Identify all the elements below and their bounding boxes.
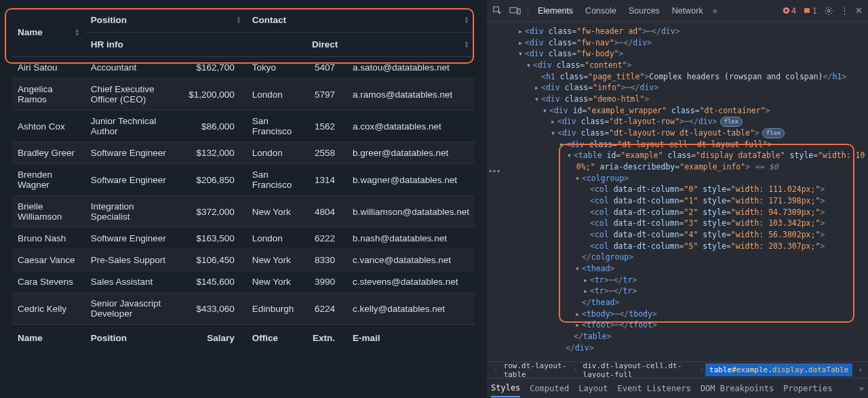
cell-email: b.williamson@datatables.net (347, 196, 475, 228)
cell-office: London (247, 79, 307, 111)
table-row[interactable]: Bruno NashSoftware Engineer$163,500Londo… (12, 228, 475, 250)
errors-badge[interactable]: 4 (783, 6, 796, 16)
cell-extn: 1562 (307, 111, 347, 142)
device-icon[interactable] (509, 6, 521, 16)
cell-salary: $162,700 (180, 57, 246, 79)
cell-email: b.greer@datatables.net (347, 142, 475, 164)
cell-name: Bradley Greer (12, 142, 85, 164)
cell-office: New York (247, 250, 307, 271)
chevron-right-icon[interactable]: › (852, 365, 868, 374)
th-direct[interactable]: Direct▲▼ (307, 33, 475, 57)
tf-name: Name (12, 325, 85, 352)
cell-name: Bruno Nash (12, 228, 85, 250)
chevron-left-icon[interactable]: ‹ (492, 365, 500, 374)
cell-email: a.cox@datatables.net (347, 111, 475, 142)
tab2-props[interactable]: Properties (783, 384, 832, 393)
cell-office: New York (247, 271, 307, 293)
cell-extn: 6224 (307, 293, 347, 325)
tab2-computed[interactable]: Computed (530, 384, 569, 393)
cell-extn: 5407 (307, 57, 347, 79)
table-row[interactable]: Ashton CoxJunior Technical Author$86,000… (12, 111, 475, 142)
cell-salary: $206,850 (180, 164, 246, 196)
tab-elements[interactable]: Elements (535, 6, 576, 16)
cell-office: Tokyo (247, 57, 307, 79)
cell-name: Cedric Kelly (12, 293, 85, 325)
tab-console[interactable]: Console (583, 6, 619, 16)
more-icon[interactable]: » (859, 384, 864, 393)
table-row[interactable]: Angelica RamosChief Executive Officer (C… (12, 79, 475, 111)
data-table: Name▲▼ Position▲▼ Contact▲▼ HR info Dire… (12, 8, 475, 351)
tab2-dom[interactable]: DOM Breakpoints (701, 384, 774, 393)
cell-name: Ashton Cox (12, 111, 85, 142)
inspect-icon[interactable] (492, 5, 502, 16)
svg-point-5 (827, 9, 830, 12)
tab2-layout[interactable]: Layout (578, 384, 608, 393)
cell-office: Edinburgh (247, 293, 307, 325)
table-row[interactable]: Airi SatouAccountant$162,700Tokyo5407a.s… (12, 57, 475, 79)
cell-salary: $433,060 (180, 293, 246, 325)
svg-rect-1 (510, 7, 517, 13)
cell-extn: 8330 (307, 250, 347, 271)
cell-salary: $106,450 (180, 250, 246, 271)
th-position[interactable]: Position▲▼ (85, 8, 247, 33)
tab2-event[interactable]: Event Listeners (618, 384, 691, 393)
tf-salary: Salary (180, 325, 246, 352)
th-name[interactable]: Name▲▼ (12, 8, 85, 57)
tf-position: Position (85, 325, 181, 352)
table-row[interactable]: Cedric KellySenior Javascript Developer$… (12, 293, 475, 325)
table-row[interactable]: Bradley GreerSoftware Engineer$132,000Lo… (12, 142, 475, 164)
sort-icon: ▲▼ (75, 28, 80, 37)
cell-salary: $372,000 (180, 196, 246, 228)
cell-email: b.nash@datatables.net (347, 228, 475, 250)
tab-sources[interactable]: Sources (626, 6, 663, 16)
cell-extn: 1314 (307, 164, 347, 196)
table-row[interactable]: Cara StevensSales Assistant$145,600New Y… (12, 271, 475, 293)
cell-extn: 6222 (307, 228, 347, 250)
tf-email: E-mail (347, 325, 475, 352)
tab-network[interactable]: Network (669, 6, 706, 16)
cell-salary: $132,000 (180, 142, 246, 164)
cell-salary: $163,500 (180, 228, 246, 250)
cell-name: Caesar Vance (12, 250, 85, 271)
tab2-styles[interactable]: Styles (491, 383, 520, 397)
cell-name: Cara Stevens (12, 271, 85, 293)
issues-badge[interactable]: 1 (803, 6, 817, 16)
more-tabs-icon[interactable]: » (713, 6, 717, 16)
svg-rect-2 (517, 9, 520, 14)
cell-name: Brenden Wagner (12, 164, 85, 196)
cell-extn: 2558 (307, 142, 347, 164)
cell-position: Software Engineer (85, 228, 181, 250)
gear-icon[interactable] (824, 6, 833, 16)
th-contact[interactable]: Contact▲▼ (247, 8, 475, 33)
cell-salary: $86,000 (180, 111, 246, 142)
svg-rect-4 (804, 8, 810, 13)
cell-email: c.vance@datatables.net (347, 250, 475, 271)
cell-position: Software Engineer (85, 142, 181, 164)
cell-email: b.wagner@datatables.net (347, 164, 475, 196)
cell-salary: $1,200,000 (180, 79, 246, 111)
cell-email: c.stevens@datatables.net (347, 271, 475, 293)
cell-position: Senior Javascript Developer (85, 293, 181, 325)
breadcrumb[interactable]: ‹ row.dt-layout-table › div.dt-layout-ce… (487, 361, 868, 378)
table-row[interactable]: Brielle WilliamsonIntegration Specialist… (12, 196, 475, 228)
cell-email: a.satou@datatables.net (347, 57, 475, 79)
cell-extn: 3990 (307, 271, 347, 293)
cell-name: Airi Satou (12, 57, 85, 79)
crumb-table[interactable]: table#example.display.dataTable (705, 363, 852, 376)
cell-position: Chief Executive Officer (CEO) (85, 79, 181, 111)
cell-office: London (247, 228, 307, 250)
close-icon[interactable]: ✕ (855, 5, 863, 16)
cell-name: Angelica Ramos (12, 79, 85, 111)
cell-extn: 4804 (307, 196, 347, 228)
cell-email: c.kelly@datatables.net (347, 293, 475, 325)
table-row[interactable]: Brenden WagnerSoftware Engineer$206,850S… (12, 164, 475, 196)
kebab-icon[interactable]: ⋮ (840, 5, 848, 16)
styles-tabs: Styles Computed Layout Event Listeners D… (487, 378, 868, 398)
cell-email: a.ramos@datatables.net (347, 79, 475, 111)
elements-tree[interactable]: ••• ▸<div class="fw-header ad">⋯</div> ▸… (487, 22, 868, 361)
ellipsis-icon[interactable]: ••• (488, 167, 500, 177)
table-row[interactable]: Caesar VancePre-Sales Support$106,450New… (12, 250, 475, 271)
sort-icon: ▲▼ (464, 16, 469, 24)
th-hr-info[interactable]: HR info (85, 33, 307, 57)
cell-office: San Francisco (247, 164, 307, 196)
